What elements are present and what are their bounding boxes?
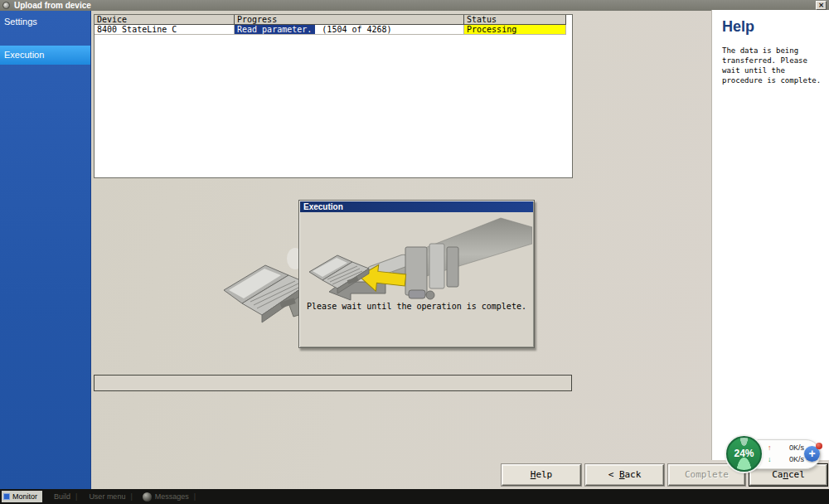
monitor-icon <box>3 493 10 500</box>
window-title: Upload from device <box>14 1 91 10</box>
speed-readout: ↑ 0K/s ↓ 0K/s <box>768 442 804 465</box>
dialog-message: Please wait until the operation is compl… <box>299 302 534 311</box>
upload-speed: 0K/s <box>789 442 804 453</box>
taskbar-tab-build[interactable]: Build <box>54 492 70 501</box>
column-header-progress[interactable]: Progress <box>235 15 464 25</box>
column-header-status[interactable]: Status <box>464 15 566 25</box>
window-titlebar: Upload from device ✕ <box>0 0 829 11</box>
download-speed: 0K/s <box>789 453 804 465</box>
bottom-taskbar: Monitor Build | User menu | Messages | <box>0 489 829 504</box>
taskbar-separator: | <box>194 492 196 501</box>
column-header-device[interactable]: Device <box>95 15 235 25</box>
taskbar-tab-monitor[interactable]: Monitor <box>2 491 42 502</box>
download-progress-circle[interactable]: 24% <box>726 436 762 472</box>
upload-wizard-window: Upload from device ✕ Settings Execution … <box>0 0 829 504</box>
taskbar-separator: | <box>75 492 77 501</box>
help-panel: Help The data is being transferred. Plea… <box>711 10 829 460</box>
messages-icon <box>143 492 152 502</box>
upload-arrow-icon: ↑ <box>768 442 772 453</box>
execution-dialog: Execution <box>298 200 535 348</box>
progress-fill: Read parameter. (1504 of 4268) <box>235 25 315 35</box>
help-button[interactable]: Help <box>502 464 581 486</box>
download-arrow-icon: ↓ <box>768 453 772 465</box>
status-badge: Processing <box>464 25 566 35</box>
device-table: Device Progress Status 8400 StateLine C … <box>94 14 573 178</box>
progress-bar: Read parameter. (1504 of 4268) Read para… <box>235 25 464 35</box>
taskbar-separator: | <box>130 492 132 501</box>
wizard-sidebar: Settings Execution <box>0 11 91 489</box>
device-cell: 8400 StateLine C <box>95 25 235 35</box>
background-laptop-illustration <box>214 240 309 348</box>
transfer-illustration <box>299 216 532 305</box>
back-button[interactable]: < Back <box>585 464 664 486</box>
sidebar-item-settings[interactable]: Settings <box>0 17 90 36</box>
app-icon <box>2 2 10 9</box>
table-header-row: Device Progress Status <box>95 15 572 25</box>
notification-badge <box>816 443 822 449</box>
help-title: Help <box>722 18 829 36</box>
table-row[interactable]: 8400 StateLine C Read parameter. (1504 o… <box>95 25 572 35</box>
taskbar-tab-user-menu[interactable]: User menu <box>89 492 125 501</box>
sidebar-item-execution[interactable]: Execution <box>0 46 90 65</box>
message-bar <box>94 375 572 391</box>
close-icon[interactable]: ✕ <box>816 1 827 10</box>
help-text: The data is being transferred. Please wa… <box>722 46 827 85</box>
download-manager-widget: 24% ↑ 0K/s ↓ 0K/s + <box>726 435 826 472</box>
dialog-title: Execution <box>300 201 533 212</box>
taskbar-tab-messages[interactable]: Messages <box>155 492 189 501</box>
